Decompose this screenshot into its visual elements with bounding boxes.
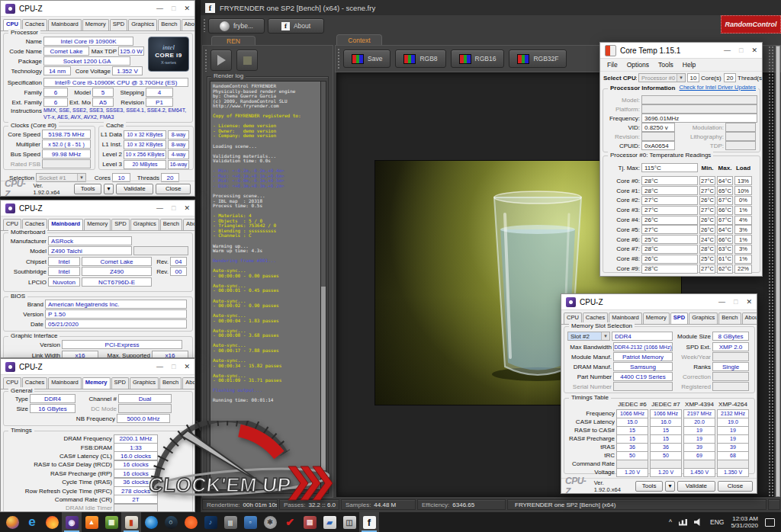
rgb16-button[interactable]: RGB16 [451, 50, 505, 68]
clock[interactable]: 12:03 AM 5/31/2020 [731, 515, 758, 529]
core-temp-row: Core #9: 28°C 27°C 62°C 22% [605, 264, 758, 274]
tab-context[interactable]: Context [336, 34, 382, 45]
music-app-icon[interactable]: ♪ [201, 512, 220, 532]
cpuz-tab[interactable]: About [182, 377, 195, 389]
menu-options[interactable]: Options [623, 60, 653, 69]
hwmonitor-icon[interactable]: ▲ [82, 512, 101, 532]
frybench-button[interactable]: frybe... [208, 18, 265, 34]
cpuz-tab[interactable]: Memory [84, 219, 111, 230]
close-button[interactable]: ✕ [184, 5, 190, 12]
steam-icon[interactable]: ○ [161, 512, 181, 532]
context-drag-handle[interactable] [337, 48, 341, 69]
about-button[interactable]: f About [268, 18, 324, 34]
cpuz-tab[interactable]: About [742, 312, 757, 324]
cpuz-tab[interactable]: Mainboard [48, 377, 81, 389]
menu-tools[interactable]: Tools [654, 60, 677, 69]
language-indicator[interactable]: ENG [710, 518, 724, 526]
close-button[interactable]: ✕ [184, 363, 190, 370]
fryrender-taskbar-icon[interactable]: f [359, 512, 379, 532]
save-button[interactable]: Save [343, 50, 390, 68]
tools-button[interactable]: Tools [74, 184, 101, 194]
cpuz-tab[interactable]: Bench [158, 19, 180, 30]
tools-button[interactable]: Tools [635, 481, 664, 492]
context-scrollbar[interactable] [776, 46, 780, 497]
tools-dropdown-arrow[interactable]: ▾ [665, 481, 675, 492]
origin-icon[interactable] [181, 512, 201, 532]
maximize-button[interactable]: □ [172, 5, 175, 12]
close-button[interactable]: Close [718, 481, 753, 492]
minimize-button[interactable]: — [156, 204, 163, 212]
menu-help[interactable]: Help [679, 60, 699, 69]
rgb32f-button[interactable]: RGB32F [509, 50, 567, 68]
toolbar-drag-handle[interactable] [203, 18, 207, 32]
render-start-button[interactable] [211, 50, 232, 71]
maximize-button[interactable]: □ [172, 363, 175, 370]
paint-app-icon[interactable] [2, 512, 22, 532]
cpuz-tab[interactable]: Bench [160, 219, 182, 230]
cpuz-tab[interactable]: Memory [82, 377, 111, 389]
title-bar[interactable]: CPU-Z —□✕ [1, 200, 194, 216]
title-bar[interactable]: CPU-Z —□✕ [1, 1, 194, 17]
close-button[interactable]: ✕ [746, 298, 752, 306]
cpuz-tab[interactable]: About [182, 19, 195, 30]
tray-chevron-icon[interactable]: ^ [669, 518, 672, 526]
storage-app-icon[interactable]: ◫ [339, 512, 359, 532]
mixer-app-icon[interactable]: ||| [220, 512, 240, 532]
speaker-icon[interactable] [694, 518, 703, 526]
monitor-app-icon[interactable]: ▫ [240, 512, 260, 532]
validate-button[interactable]: Validate [116, 184, 154, 194]
cpuz-tab[interactable]: Graphics [128, 19, 157, 30]
cpuz-tab[interactable]: SPD [670, 312, 688, 324]
edge-icon[interactable]: e [22, 512, 42, 532]
cpuz-tab[interactable]: Mainboard [48, 19, 81, 30]
coretemp-taskbar-icon[interactable]: ▮ [121, 512, 141, 532]
cpuz-tab[interactable]: Bench [159, 377, 182, 389]
cpuz-tab[interactable]: Memory [82, 19, 109, 30]
right-drag-handle[interactable] [768, 46, 774, 497]
slot-selector[interactable]: Slot #2 [567, 332, 610, 341]
menu-file[interactable]: File [603, 60, 622, 69]
cpuz-tab[interactable]: Graphics [130, 377, 159, 389]
cpu-selector[interactable]: Processor #0 [638, 73, 686, 82]
driver-updates-link[interactable]: Check for Intel Driver Updates [677, 84, 758, 91]
red-app-icon[interactable]: ▤ [300, 512, 320, 532]
pane-drag-handle[interactable] [204, 49, 208, 72]
settings-app-icon[interactable]: ✱ [260, 512, 280, 532]
title-bar[interactable]: Core Temp 1.15.1 —□✕ [600, 43, 762, 59]
minimize-button[interactable]: — [156, 363, 163, 370]
blue-tile-app-icon[interactable]: ▰ [320, 512, 339, 532]
cpuz-tab[interactable]: Mainboard [48, 219, 83, 230]
cpuz-tab[interactable]: About [183, 219, 195, 230]
tab-ren[interactable]: REN [211, 36, 256, 45]
minimize-button[interactable]: — [718, 298, 725, 306]
firefox-icon[interactable] [42, 512, 62, 532]
title-bar[interactable]: CPU-Z —□✕ [561, 294, 757, 310]
cpuz-tab[interactable]: SPD [111, 219, 129, 230]
cpuz-tab[interactable]: SPD [110, 19, 127, 30]
tools-dropdown-arrow[interactable]: ▾ [104, 184, 113, 194]
network-icon[interactable] [679, 519, 687, 526]
maximize-button[interactable]: □ [739, 46, 743, 54]
cpuz-tab[interactable]: Graphics [130, 219, 159, 230]
cpuz-tab[interactable]: SPD [111, 377, 129, 389]
fryrender-swirl-icon[interactable] [141, 512, 161, 532]
validate-button[interactable]: Validate [677, 481, 715, 492]
cpuz-tab[interactable]: Bench [718, 312, 741, 324]
red-check-app-icon[interactable]: ✔ [280, 512, 300, 532]
close-button[interactable]: ✕ [751, 46, 757, 54]
cpuz-tab[interactable]: Memory [643, 312, 670, 324]
fryrender-title-bar[interactable]: f FRYRENDER one SP2 [Bench] (x64) - scen… [201, 0, 781, 15]
gpuz-icon[interactable]: ▦ [101, 512, 121, 532]
rgb8-button[interactable]: RGB8 [395, 50, 445, 68]
cpuz-taskbar-icon[interactable]: ◉ [62, 512, 82, 532]
render-stop-button[interactable] [236, 50, 258, 71]
minimize-button[interactable]: — [724, 46, 731, 54]
action-center-icon[interactable] [765, 518, 775, 527]
close-button[interactable]: ✕ [184, 204, 190, 212]
maximize-button[interactable]: □ [734, 298, 738, 306]
close-button[interactable]: Close [156, 184, 191, 194]
maximize-button[interactable]: □ [172, 204, 175, 212]
minimize-button[interactable]: — [156, 5, 163, 12]
cpuz-tab[interactable]: Graphics [689, 312, 718, 324]
title-bar[interactable]: CPU-Z —□✕ [1, 359, 194, 375]
